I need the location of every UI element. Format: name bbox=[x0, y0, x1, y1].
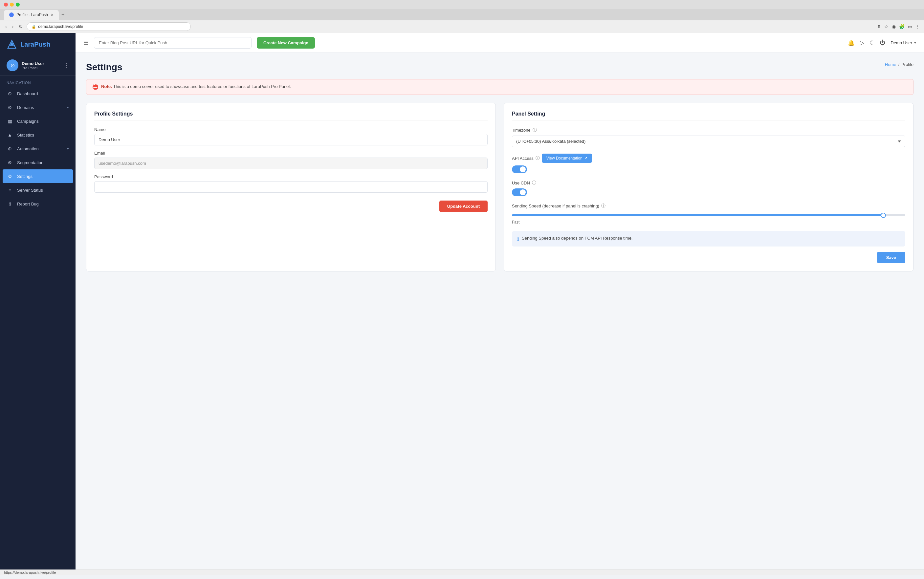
timezone-setting: Timezone ⓘ (UTC+05:30) Asia/Kolkata (sel… bbox=[512, 127, 905, 147]
api-access-info-icon[interactable]: ⓘ bbox=[536, 155, 540, 161]
name-input[interactable] bbox=[94, 134, 488, 146]
sidebar-item-label: Report Bug bbox=[17, 201, 39, 206]
speed-level-label: Fast bbox=[512, 220, 905, 224]
sidebar-item-statistics[interactable]: ▲ Statistics bbox=[0, 128, 75, 142]
sidebar: LaraPush ⊙ Demo User Pro Panel ⋮ Navigat… bbox=[0, 33, 75, 569]
alert-body: This is a demo server used to showcase a… bbox=[113, 84, 291, 89]
tab-favicon bbox=[9, 13, 14, 17]
minimize-window-button[interactable] bbox=[10, 3, 14, 7]
topbar-user-label: Demo User bbox=[891, 40, 912, 45]
panel-settings-card: Panel Setting Timezone ⓘ (UTC+05:30) Asi… bbox=[504, 103, 914, 272]
nav-section-label: Navigation bbox=[0, 75, 75, 87]
menu-icon[interactable]: ⋮ bbox=[916, 24, 920, 29]
quick-push-input[interactable] bbox=[94, 37, 252, 49]
sidebar-item-label: Campaigns bbox=[17, 119, 39, 124]
maximize-window-button[interactable] bbox=[16, 3, 20, 7]
campaigns-icon: ▦ bbox=[7, 118, 13, 124]
domains-icon: ⊛ bbox=[7, 104, 13, 111]
content-wrapper: ☰ Create New Campaign 🔔 ▷ ☾ ⏻ Demo User … bbox=[75, 33, 924, 569]
sidebar-item-label: Automation bbox=[17, 146, 39, 151]
timezone-select[interactable]: (UTC+05:30) Asia/Kolkata (selected) bbox=[512, 136, 905, 147]
external-link-icon: ↗ bbox=[584, 156, 587, 160]
speed-info-icon[interactable]: ⓘ bbox=[601, 203, 606, 209]
active-tab[interactable]: Profile - LaraPush ✕ bbox=[4, 10, 59, 20]
name-label: Name bbox=[94, 127, 488, 132]
info-box-text: Sending Speed also depends on FCM API Re… bbox=[522, 236, 633, 240]
statistics-icon: ▲ bbox=[7, 132, 13, 138]
update-account-button[interactable]: Update Account bbox=[439, 201, 488, 212]
create-campaign-button[interactable]: Create New Campaign bbox=[257, 37, 315, 49]
forward-button[interactable]: › bbox=[11, 23, 15, 31]
alert-text: Note: This is a demo server used to show… bbox=[101, 84, 291, 89]
bookmark-icon[interactable]: ☆ bbox=[884, 24, 888, 29]
traffic-lights bbox=[4, 3, 20, 7]
timezone-info-icon[interactable]: ⓘ bbox=[532, 127, 537, 133]
email-input[interactable] bbox=[94, 157, 488, 169]
page-header: Settings Home / Profile bbox=[86, 62, 914, 72]
breadcrumb-separator: / bbox=[898, 62, 900, 67]
sidebar-item-label: Server Status bbox=[17, 188, 43, 193]
cdn-toggle[interactable] bbox=[512, 188, 527, 196]
alert-bold: Note: bbox=[101, 84, 112, 89]
address-bar-actions: ⬆ ☆ ◉ 🧩 ▭ ⋮ bbox=[877, 24, 920, 29]
save-button[interactable]: Save bbox=[877, 252, 905, 263]
sidebar-item-report-bug[interactable]: ℹ Report Bug bbox=[0, 197, 75, 211]
tab-title: Profile - LaraPush bbox=[16, 13, 48, 17]
menu-toggle-button[interactable]: ☰ bbox=[84, 39, 88, 47]
user-avatar: ⊙ bbox=[7, 59, 18, 71]
sidebar-item-label: Dashboard bbox=[17, 91, 38, 96]
title-bar bbox=[0, 0, 924, 9]
sidebar-item-server-status[interactable]: ≡ Server Status bbox=[0, 183, 75, 197]
play-icon[interactable]: ▷ bbox=[860, 39, 864, 46]
breadcrumb-current: Profile bbox=[901, 62, 914, 67]
segmentation-icon: ⊗ bbox=[7, 159, 13, 166]
api-access-toggle[interactable] bbox=[512, 165, 527, 173]
settings-grid: Profile Settings Name Email Password bbox=[86, 103, 914, 272]
profile-icon[interactable]: ◉ bbox=[892, 24, 896, 29]
sidebar-item-dashboard[interactable]: ⊙ Dashboard bbox=[0, 87, 75, 100]
chevron-down-icon: ▾ bbox=[67, 147, 69, 151]
user-role: Pro Panel bbox=[22, 66, 61, 70]
sidebar-item-segmentation[interactable]: ⊗ Segmentation bbox=[0, 155, 75, 169]
sidebar-item-label: Segmentation bbox=[17, 160, 43, 165]
user-name: Demo User bbox=[22, 61, 61, 66]
profile-settings-card: Profile Settings Name Email Password bbox=[86, 103, 496, 272]
logo-text: LaraPush bbox=[20, 41, 50, 48]
automation-icon: ⊕ bbox=[7, 146, 13, 152]
split-view-icon[interactable]: ▭ bbox=[908, 24, 912, 29]
main-content: Settings Home / Profile 📛 Note: This is … bbox=[75, 53, 924, 569]
email-label: Email bbox=[94, 150, 488, 155]
user-menu-icon[interactable]: ⋮ bbox=[64, 62, 69, 69]
sidebar-item-settings[interactable]: ⚙ Settings bbox=[3, 169, 73, 183]
url-text: demo.larapush.live/profile bbox=[38, 24, 83, 29]
moon-icon[interactable]: ☾ bbox=[870, 39, 875, 46]
breadcrumb-home[interactable]: Home bbox=[885, 62, 896, 67]
close-window-button[interactable] bbox=[4, 3, 8, 7]
extensions-icon[interactable]: 🧩 bbox=[899, 24, 904, 29]
back-button[interactable]: ‹ bbox=[4, 23, 8, 31]
view-docs-button[interactable]: View Documentation ↗ bbox=[542, 154, 592, 163]
email-form-group: Email bbox=[94, 150, 488, 169]
sidebar-item-domains[interactable]: ⊛ Domains ▾ bbox=[0, 100, 75, 114]
sidebar-item-label: Domains bbox=[17, 105, 34, 110]
address-bar: ‹ › ↻ 🔒 demo.larapush.live/profile ⬆ ☆ ◉… bbox=[0, 20, 924, 33]
page-title: Settings bbox=[86, 62, 122, 72]
password-form-group: Password bbox=[94, 174, 488, 193]
power-icon[interactable]: ⏻ bbox=[880, 40, 885, 46]
sending-speed-setting: Sending Speed (decrease if panel is cras… bbox=[512, 203, 905, 224]
share-icon[interactable]: ⬆ bbox=[877, 24, 881, 29]
sidebar-item-campaigns[interactable]: ▦ Campaigns bbox=[0, 114, 75, 128]
user-dropdown[interactable]: Demo User ▾ bbox=[891, 40, 916, 45]
speed-slider[interactable] bbox=[512, 214, 905, 216]
cdn-info-icon[interactable]: ⓘ bbox=[532, 180, 536, 186]
sidebar-item-automation[interactable]: ⊕ Automation ▾ bbox=[0, 142, 75, 155]
new-tab-button[interactable]: + bbox=[59, 9, 67, 20]
profile-settings-title: Profile Settings bbox=[94, 111, 488, 121]
url-field[interactable]: 🔒 demo.larapush.live/profile bbox=[26, 22, 191, 31]
notification-icon[interactable]: 🔔 bbox=[848, 39, 855, 46]
password-input[interactable] bbox=[94, 181, 488, 193]
tab-close-button[interactable]: ✕ bbox=[51, 13, 54, 17]
sidebar-nav: ⊙ Dashboard ⊛ Domains ▾ ▦ Campaigns ▲ St… bbox=[0, 87, 75, 211]
reload-button[interactable]: ↻ bbox=[17, 23, 24, 31]
use-cdn-setting: Use CDN ⓘ bbox=[512, 180, 905, 196]
